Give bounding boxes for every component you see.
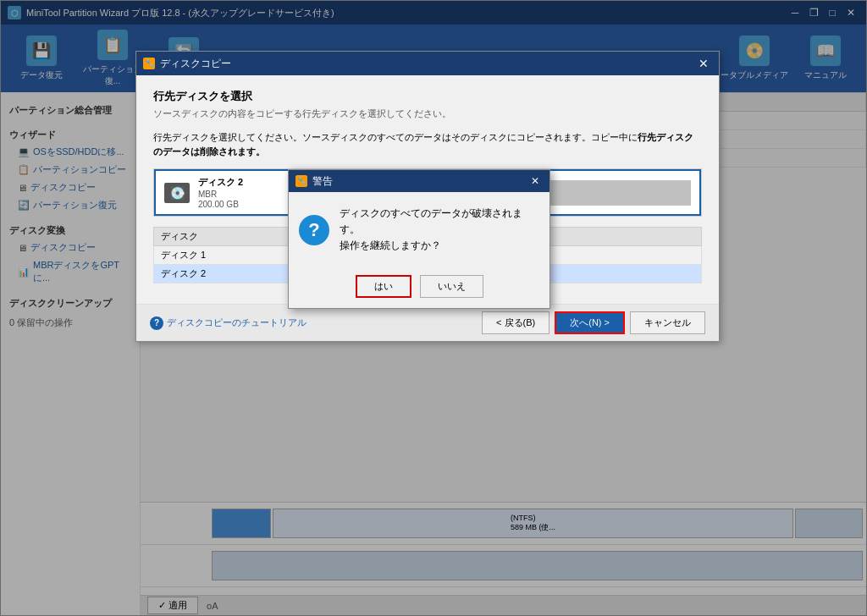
- footer-buttons: < 戻る(B) 次へ(N) > キャンセル: [482, 311, 705, 334]
- disk-selected-size: 200.00 GB: [198, 200, 283, 209]
- help-icon: ?: [150, 316, 163, 330]
- cancel-button[interactable]: キャンセル: [630, 311, 705, 334]
- alert-dialog: 🔧 警告 ✕ ? ディスクのすべてのデータが破壊されます。 操作を継続しますか？…: [288, 169, 550, 309]
- disk-selected-name: ディスク 2: [198, 176, 283, 189]
- disk-copy-section-title: 行先ディスクを選択: [153, 89, 702, 104]
- alert-title: 警告: [312, 174, 527, 189]
- disk-selected-type: MBR: [198, 190, 283, 199]
- alert-footer: はい いいえ: [289, 268, 549, 308]
- alert-title-bar: 🔧 警告 ✕: [289, 170, 549, 192]
- disk-copy-warning: 行先ディスクを選択してください。ソースディスクのすべてのデータはそのディスクにコ…: [153, 130, 702, 158]
- alert-message: ディスクのすべてのデータが破壊されます。 操作を継続しますか？: [340, 206, 539, 255]
- alert-no-button[interactable]: いいえ: [420, 275, 483, 298]
- warning-text-1: 行先ディスクを選択してください。ソースディスクのすべてのデータはそのディスクにコ…: [153, 132, 638, 142]
- disk-copy-modal-footer: ? ディスクコピーのチュートリアル < 戻る(B) 次へ(N) > キャンセル: [136, 304, 719, 341]
- disk-copy-modal-titlebar: 🔧 ディスクコピー ✕: [136, 52, 719, 75]
- disk-copy-modal-title: ディスクコピー: [160, 57, 695, 71]
- disk-selected-info: ディスク 2 MBR 200.00 GB: [198, 176, 283, 209]
- alert-title-icon: 🔧: [295, 175, 307, 187]
- alert-close-button[interactable]: ✕: [527, 175, 543, 187]
- alert-message-line2: 操作を継続しますか？: [340, 238, 539, 254]
- next-button[interactable]: 次へ(N) >: [555, 311, 625, 334]
- tutorial-link-text: ディスクコピーのチュートリアル: [167, 316, 306, 329]
- tutorial-link[interactable]: ? ディスクコピーのチュートリアル: [150, 316, 482, 330]
- disk-copy-modal-close[interactable]: ✕: [695, 57, 712, 70]
- alert-question-icon: ?: [299, 215, 329, 245]
- disk-copy-modal-icon: 🔧: [143, 58, 155, 69]
- disk-copy-desc: ソースディスクの内容をコピーする行先ディスクを選択してください。: [153, 107, 702, 120]
- alert-yes-button[interactable]: はい: [356, 275, 411, 298]
- disk-selected-icon: 💽: [164, 183, 190, 203]
- back-button[interactable]: < 戻る(B): [482, 311, 549, 334]
- alert-body: ? ディスクのすべてのデータが破壊されます。 操作を継続しますか？: [289, 192, 549, 268]
- alert-message-line1: ディスクのすべてのデータが破壊されます。: [340, 206, 539, 238]
